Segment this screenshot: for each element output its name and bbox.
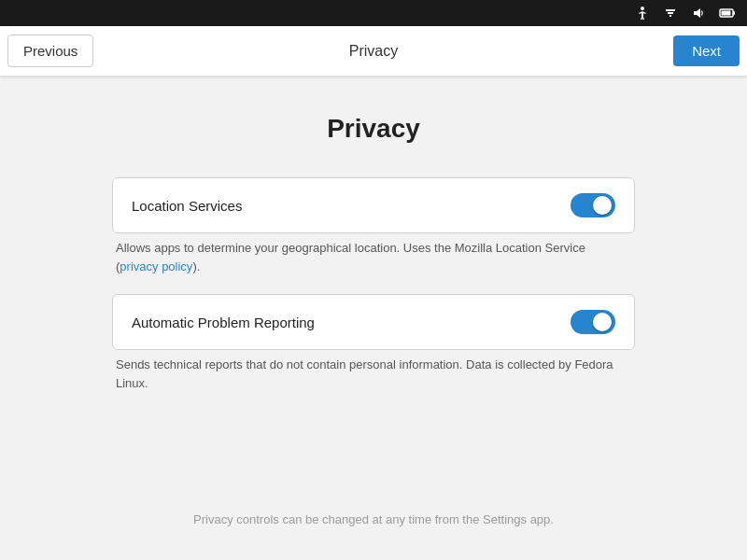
location-description-after: ). — [192, 259, 200, 273]
automatic-problem-reporting-label: Automatic Problem Reporting — [132, 315, 315, 330]
location-services-card: Location Services — [112, 177, 635, 233]
automatic-problem-reporting-description: Sends technical reports that do not cont… — [112, 356, 635, 392]
location-services-toggle[interactable] — [571, 193, 615, 217]
nav-title: Privacy — [349, 43, 398, 60]
automatic-problem-reporting-slider — [571, 310, 615, 334]
system-bar — [0, 0, 747, 26]
previous-button[interactable]: Previous — [7, 35, 93, 67]
location-services-description: Allows apps to determine your geographic… — [112, 239, 635, 275]
network-icon — [663, 6, 678, 21]
page-title: Privacy — [327, 114, 420, 144]
svg-rect-7 — [722, 11, 731, 16]
battery-icon — [719, 6, 736, 21]
main-content: Privacy Location Services Allows apps to… — [0, 77, 747, 429]
svg-point-0 — [641, 7, 644, 10]
settings-container: Location Services Allows apps to determi… — [112, 177, 635, 411]
svg-rect-3 — [666, 9, 675, 11]
volume-icon — [691, 6, 706, 21]
svg-rect-2 — [668, 12, 673, 14]
automatic-problem-reporting-card: Automatic Problem Reporting — [112, 294, 635, 350]
automatic-problem-reporting-toggle[interactable] — [571, 310, 615, 334]
privacy-policy-link[interactable]: privacy policy — [120, 259, 192, 273]
next-button[interactable]: Next — [673, 35, 740, 66]
svg-rect-1 — [669, 15, 671, 17]
location-services-slider — [571, 193, 615, 217]
footer-note: Privacy controls can be changed at any t… — [193, 512, 554, 526]
svg-marker-4 — [694, 8, 700, 18]
svg-rect-6 — [733, 11, 735, 15]
location-services-label: Location Services — [132, 198, 242, 214]
nav-bar: Previous Privacy Next — [0, 26, 747, 77]
accessibility-icon — [635, 6, 650, 21]
